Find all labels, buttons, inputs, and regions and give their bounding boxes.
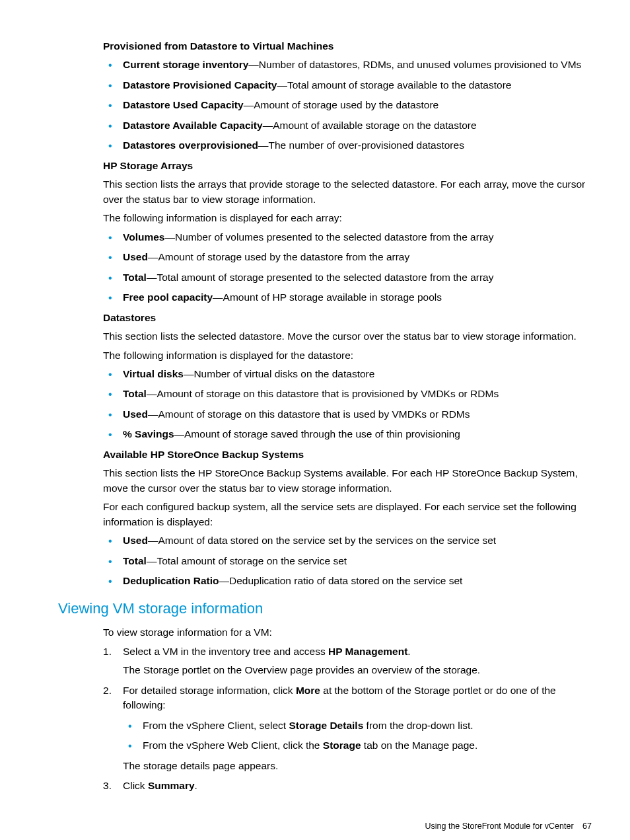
list-item: Volumes—Number of volumes presented to t… xyxy=(103,230,592,245)
paragraph: The following information is displayed f… xyxy=(103,211,592,225)
list-item: Total—Total amount of storage presented … xyxy=(103,270,592,285)
list-item: Datastores overprovisioned—The number of… xyxy=(103,138,592,153)
list-item: Total—Total amount of storage on the ser… xyxy=(103,554,592,568)
bold-term: More xyxy=(296,685,320,696)
desc: —Number of datastores, RDMs, and unused … xyxy=(248,59,581,70)
term: Volumes xyxy=(123,231,164,243)
term: Datastores overprovisioned xyxy=(123,139,258,151)
bold-term: Summary xyxy=(148,780,195,791)
desc: —Amount of storage saved through the use… xyxy=(174,428,460,439)
list-item: Datastore Provisioned Capacity—Total amo… xyxy=(103,78,592,93)
page-number: 67 xyxy=(582,821,592,831)
list-item: Used—Amount of data stored on the servic… xyxy=(103,533,592,548)
paragraph: The following information is displayed f… xyxy=(103,348,592,363)
step-1: Select a VM in the inventory tree and ac… xyxy=(103,644,592,678)
term: Datastore Available Capacity xyxy=(123,120,263,131)
desc: —Total amount of storage available to th… xyxy=(277,79,511,91)
term: Total xyxy=(123,272,147,283)
bullet-list-arrays: Volumes—Number of volumes presented to t… xyxy=(103,230,592,305)
list-item: Used—Amount of storage on this datastore… xyxy=(103,407,592,422)
section-heading-provisioned: Provisioned from Datastore to Virtual Ma… xyxy=(103,39,592,54)
bullet-list-provisioned: Current storage inventory—Number of data… xyxy=(103,57,592,153)
term: Used xyxy=(123,535,148,546)
desc: —Deduplication ratio of data stored on t… xyxy=(219,575,463,586)
text: From the vSphere Web Client, click the xyxy=(143,740,323,751)
bold-term: Storage Details xyxy=(289,720,363,731)
step-text: Click xyxy=(123,780,148,791)
step-3: Click Summary. xyxy=(103,779,592,793)
desc: —Number of virtual disks on the datastor… xyxy=(184,368,374,379)
bullet-list-datastores: Virtual disks—Number of virtual disks on… xyxy=(103,367,592,442)
term: Total xyxy=(123,388,147,399)
step-subtext: The storage details page appears. xyxy=(123,759,592,773)
ordered-steps: Select a VM in the inventory tree and ac… xyxy=(103,644,592,794)
step-2: For detailed storage information, click … xyxy=(103,683,592,773)
text: from the drop-down list. xyxy=(363,720,473,731)
main-heading: Viewing VM storage information xyxy=(58,598,592,619)
step-text: Select a VM in the inventory tree and ac… xyxy=(123,646,328,657)
desc: —The number of over-provisioned datastor… xyxy=(258,139,464,151)
text: From the vSphere Client, select xyxy=(143,720,289,731)
step-text: . xyxy=(407,646,410,657)
term: Used xyxy=(123,251,148,262)
term: Total xyxy=(123,555,147,566)
list-item: From the vSphere Web Client, click the S… xyxy=(123,738,592,753)
section-heading-storeonce: Available HP StoreOnce Backup Systems xyxy=(103,447,592,462)
bullet-list-storeonce: Used—Amount of data stored on the servic… xyxy=(103,533,592,588)
list-item: Current storage inventory—Number of data… xyxy=(103,57,592,72)
desc: —Amount of storage used by the datastore xyxy=(244,99,439,110)
list-item: Free pool capacity—Amount of HP storage … xyxy=(103,290,592,305)
bold-term: HP Management xyxy=(328,646,407,657)
desc: —Total amount of storage on the service … xyxy=(147,555,347,566)
desc: —Amount of HP storage available in stora… xyxy=(213,291,442,303)
list-item: Datastore Available Capacity—Amount of a… xyxy=(103,118,592,133)
term: % Savings xyxy=(123,428,174,439)
list-item: % Savings—Amount of storage saved throug… xyxy=(103,427,592,441)
desc: —Amount of available storage on the data… xyxy=(263,120,477,131)
step-text: For detailed storage information, click xyxy=(123,685,296,696)
bold-term: Storage xyxy=(323,740,361,751)
step-subtext: The Storage portlet on the Overview page… xyxy=(123,663,592,677)
desc: —Amount of storage on this datastore tha… xyxy=(148,408,470,420)
term: Datastore Used Capacity xyxy=(123,99,244,110)
paragraph: To view storage information for a VM: xyxy=(103,625,592,640)
term: Datastore Provisioned Capacity xyxy=(123,79,277,91)
list-item: Deduplication Ratio—Deduplication ratio … xyxy=(103,574,592,588)
list-item: Used—Amount of storage used by the datas… xyxy=(103,250,592,264)
list-item: From the vSphere Client, select Storage … xyxy=(123,718,592,733)
desc: —Amount of data stored on the service se… xyxy=(148,535,496,546)
term: Free pool capacity xyxy=(123,291,213,303)
term: Virtual disks xyxy=(123,368,184,379)
section-heading-datastores: Datastores xyxy=(103,311,592,325)
term: Used xyxy=(123,408,148,420)
desc: —Amount of storage on this datastore tha… xyxy=(147,388,499,399)
page-footer: Using the StoreFront Module for vCenter … xyxy=(58,820,592,832)
nested-bullets: From the vSphere Client, select Storage … xyxy=(123,718,592,753)
step-text: . xyxy=(195,780,197,791)
paragraph: This section lists the HP StoreOnce Back… xyxy=(103,466,592,496)
list-item: Total—Amount of storage on this datastor… xyxy=(103,387,592,401)
term: Deduplication Ratio xyxy=(123,575,219,586)
text: tab on the Manage page. xyxy=(361,740,478,751)
footer-text: Using the StoreFront Module for vCenter xyxy=(425,821,574,831)
paragraph: For each configured backup system, all t… xyxy=(103,500,592,529)
desc: —Number of volumes presented to the sele… xyxy=(164,231,493,243)
term: Current storage inventory xyxy=(123,59,248,70)
list-item: Virtual disks—Number of virtual disks on… xyxy=(103,367,592,381)
section-heading-arrays: HP Storage Arrays xyxy=(103,159,592,173)
paragraph: This section lists the arrays that provi… xyxy=(103,177,592,207)
desc: —Amount of storage used by the datastore… xyxy=(148,251,409,262)
desc: —Total amount of storage presented to th… xyxy=(147,272,494,283)
paragraph: This section lists the selected datastor… xyxy=(103,329,592,344)
list-item: Datastore Used Capacity—Amount of storag… xyxy=(103,98,592,112)
